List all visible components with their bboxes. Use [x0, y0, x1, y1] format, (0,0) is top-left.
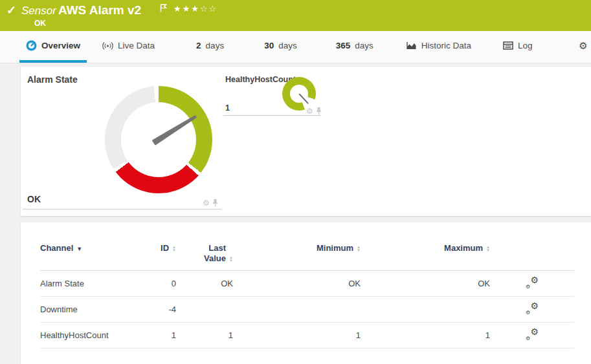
- sensor-overview-page: ✓ Sensor AWS Alarm v2 ★★★☆☆ OK Overview …: [0, 0, 591, 364]
- gauges-panel: Alarm State OK ⚙ HealthyHostCount 1: [21, 67, 591, 216]
- tab-label: days: [355, 41, 374, 50]
- tab-live-data[interactable]: Live Data: [96, 31, 161, 63]
- tab-number: 365: [336, 41, 351, 50]
- table-row: Downtime -4 ⚙⚙: [40, 297, 574, 323]
- caret-down-icon: ▼: [76, 246, 82, 252]
- gauge-needle: [85, 66, 233, 214]
- column-header-actions: [490, 239, 574, 271]
- cell-id: -4: [137, 297, 176, 323]
- cell-maximum: 1: [361, 323, 490, 348]
- tab-365-days[interactable]: 365 days: [329, 31, 380, 63]
- channel-table-panel: Channel▼ ID▲▼ Last Value▲▼ Minimum▲▼ Max…: [21, 222, 591, 364]
- cell-channel: HealthyHostCount: [40, 323, 137, 348]
- column-header-id[interactable]: ID▲▼: [137, 239, 176, 271]
- tab-label: Historic Data: [421, 41, 471, 50]
- column-header-maximum[interactable]: Maximum▲▼: [361, 239, 490, 271]
- tab-overview[interactable]: Overview: [19, 31, 87, 63]
- channel-settings-icon[interactable]: ⚙⚙: [526, 277, 539, 288]
- pin-icon[interactable]: [316, 107, 322, 115]
- tab-bar: Overview Live Data 2 days 30 days 365 da…: [0, 31, 591, 63]
- gear-icon[interactable]: ⚙: [306, 107, 313, 115]
- sort-down-icon: ▼: [172, 249, 176, 252]
- cell-maximum: OK: [361, 271, 490, 297]
- sensor-status-header: ✓ Sensor AWS Alarm v2 ★★★☆☆ OK: [0, 0, 591, 31]
- secondary-gauge-actions: ⚙: [306, 107, 322, 115]
- tab-number: 2: [196, 41, 201, 50]
- primary-gauge-title: Alarm State: [27, 74, 78, 85]
- sort-icon: ▲▼: [357, 246, 361, 252]
- pin-icon[interactable]: [212, 198, 218, 207]
- cell-last-value: [176, 297, 233, 323]
- log-list-icon: [502, 40, 513, 51]
- area-chart-icon: [406, 40, 417, 51]
- column-header-channel[interactable]: Channel▼: [40, 239, 137, 271]
- stars-filled-icon: ★★★: [173, 4, 200, 14]
- gear-icon: ⚙: [526, 336, 530, 341]
- cell-channel: Downtime: [40, 297, 137, 323]
- secondary-gauge-value: 1: [225, 103, 230, 112]
- gear-icon: ⚙: [530, 301, 539, 310]
- table-row: HealthyHostCount 1 1 1 1 ⚙⚙: [40, 323, 574, 348]
- divider: [23, 209, 221, 209]
- gear-icon: ⚙: [578, 40, 589, 51]
- column-label: Minimum: [317, 243, 353, 253]
- gear-icon: ⚙: [530, 327, 539, 336]
- channel-settings-icon[interactable]: ⚙⚙: [526, 303, 539, 314]
- cell-minimum: 1: [233, 323, 361, 348]
- status-check-icon: ✓: [6, 3, 16, 17]
- gauge-icon: [26, 40, 37, 51]
- column-header-last-value[interactable]: Last Value▲▼: [176, 239, 233, 271]
- primary-gauge-actions: ⚙: [203, 198, 218, 207]
- sort-icon: ▲▼: [486, 246, 490, 252]
- live-signal-icon: [102, 40, 113, 51]
- cell-last-value: OK: [176, 271, 233, 297]
- sort-down-icon: ▼: [357, 249, 361, 252]
- cell-last-value: 1: [176, 323, 233, 348]
- priority-stars[interactable]: ★★★☆☆: [173, 4, 217, 14]
- gear-icon[interactable]: ⚙: [203, 199, 210, 207]
- column-label: ID: [161, 243, 169, 253]
- tab-number: 30: [264, 41, 274, 50]
- alarm-state-gauge: [105, 86, 212, 193]
- table-row: Alarm State 0 OK OK OK ⚙⚙: [40, 271, 574, 297]
- cell-minimum: [233, 297, 361, 323]
- tab-label: Overview: [41, 41, 80, 50]
- tab-label: days: [278, 41, 297, 50]
- column-label: Channel: [40, 243, 73, 253]
- primary-gauge-value: OK: [27, 194, 41, 204]
- tab-label: Live Data: [118, 41, 155, 50]
- tab-historic-data[interactable]: Historic Data: [399, 31, 478, 63]
- entity-type-label: Sensor: [21, 5, 56, 17]
- sort-icon: ▲▼: [172, 246, 176, 252]
- healthyhostcount-gauge: [282, 77, 316, 111]
- gear-icon: ⚙: [526, 310, 530, 316]
- stars-empty-icon: ☆☆: [200, 4, 217, 14]
- flag-icon[interactable]: [160, 4, 167, 12]
- tab-settings[interactable]: ⚙ Settings: [572, 31, 591, 63]
- tab-label: Log: [518, 41, 533, 50]
- tab-log[interactable]: Log: [496, 31, 539, 63]
- cell-maximum: [361, 297, 490, 323]
- column-label: Last Value: [196, 243, 226, 264]
- sensor-status-text: OK: [34, 19, 46, 28]
- channel-settings-icon[interactable]: ⚙⚙: [526, 328, 539, 340]
- gear-icon: ⚙: [526, 284, 530, 290]
- tab-label: days: [206, 41, 225, 50]
- tab-2-days[interactable]: 2 days: [190, 31, 230, 63]
- cell-id: 1: [137, 323, 176, 348]
- sensor-title: AWS Alarm v2: [58, 3, 141, 17]
- column-header-minimum[interactable]: Minimum▲▼: [233, 239, 361, 271]
- column-label: Maximum: [444, 243, 483, 253]
- tab-30-days[interactable]: 30 days: [258, 31, 304, 63]
- channel-table: Channel▼ ID▲▼ Last Value▲▼ Minimum▲▼ Max…: [40, 239, 574, 348]
- table-header-row: Channel▼ ID▲▼ Last Value▲▼ Minimum▲▼ Max…: [40, 239, 574, 271]
- sort-down-icon: ▼: [229, 259, 233, 262]
- gear-icon: ⚙: [530, 275, 539, 284]
- cell-minimum: OK: [233, 271, 361, 297]
- sort-icon: ▲▼: [229, 256, 233, 262]
- sort-down-icon: ▼: [486, 249, 490, 252]
- cell-id: 0: [137, 271, 176, 297]
- cell-channel: Alarm State: [40, 271, 137, 297]
